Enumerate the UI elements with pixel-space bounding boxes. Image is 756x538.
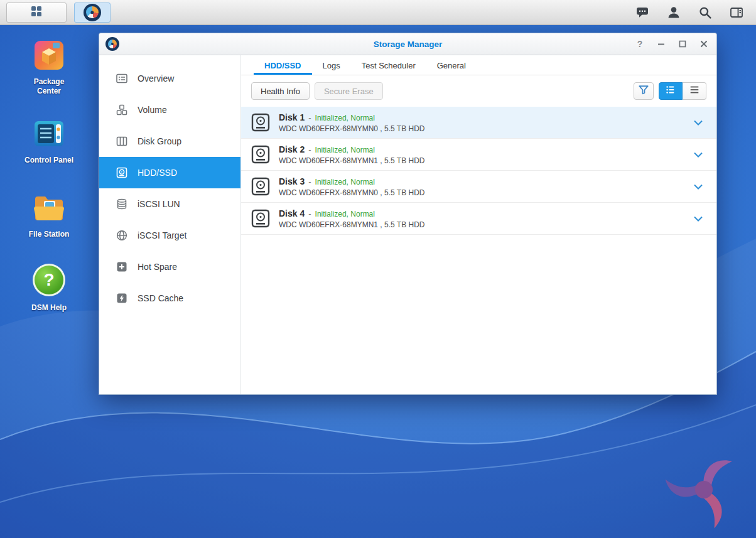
toolbar-right bbox=[634, 82, 706, 100]
separator: - bbox=[308, 113, 311, 122]
chevron-down-icon[interactable] bbox=[694, 184, 703, 190]
hamburger-icon bbox=[689, 84, 700, 98]
desktop-icon-dsm-help[interactable]: ? DSM Help bbox=[11, 262, 87, 313]
taskbar-right bbox=[634, 4, 756, 21]
disk-row-1[interactable]: Disk 1 - Initialized, Normal WDC WD60EFR… bbox=[241, 107, 716, 139]
chevron-down-icon[interactable] bbox=[694, 216, 703, 222]
hdd-icon bbox=[251, 145, 270, 164]
health-info-button[interactable]: Health Info bbox=[251, 82, 310, 100]
disk-row-4[interactable]: Disk 4 - Initialized, Normal WDC WD60EFR… bbox=[241, 203, 716, 235]
desktop-icon-label: Control Panel bbox=[11, 156, 87, 165]
separator: - bbox=[308, 145, 311, 154]
disk-row-2[interactable]: Disk 2 - Initialized, Normal WDC WD60EFR… bbox=[241, 139, 716, 171]
disk-model: WDC WD60EFRX-68MYMN0 , 5.5 TB HDD bbox=[279, 188, 424, 197]
disk-model: WDC WD60EFRX-68MYMN0 , 5.5 TB HDD bbox=[279, 124, 424, 133]
tab-logs[interactable]: Logs bbox=[312, 55, 351, 75]
desktop-icon-control-panel[interactable]: Control Panel bbox=[11, 116, 87, 165]
sidebar-item-overview[interactable]: Overview bbox=[99, 63, 240, 94]
view-mode-toggle bbox=[659, 82, 706, 100]
dsm-help-icon: ? bbox=[31, 264, 67, 299]
filter-funnel-icon bbox=[638, 84, 649, 98]
desktop-icon-package-center[interactable]: Package Center bbox=[11, 38, 87, 96]
disk-name: Disk 1 bbox=[279, 112, 305, 122]
tab-hdd-ssd[interactable]: HDD/SSD bbox=[254, 55, 312, 75]
tab-test-scheduler[interactable]: Test Scheduler bbox=[351, 55, 426, 75]
volume-icon bbox=[116, 104, 128, 116]
main-menu-grid-icon bbox=[30, 4, 43, 21]
package-center-icon bbox=[31, 38, 67, 73]
desktop-icon-label: File Station bbox=[11, 230, 87, 239]
chevron-down-icon[interactable] bbox=[694, 152, 703, 158]
chevron-down-icon[interactable] bbox=[694, 120, 703, 126]
iscsi-lun-icon bbox=[116, 198, 128, 210]
tab-general[interactable]: General bbox=[426, 55, 477, 75]
pilot-view-icon[interactable] bbox=[728, 4, 745, 21]
taskbar-storage-manager-button[interactable] bbox=[74, 3, 111, 23]
disk-status: Initialized, Normal bbox=[315, 114, 375, 122]
sidebar-item-hot-spare[interactable]: Hot Spare bbox=[99, 251, 240, 282]
sidebar-item-iscsi-lun[interactable]: iSCSI LUN bbox=[99, 188, 240, 220]
tab-bar: HDD/SSD Logs Test Scheduler General bbox=[241, 55, 716, 75]
disk-status: Initialized, Normal bbox=[315, 178, 375, 186]
dsm-desktop: { "colors": { "accent_blue": "#0086e5", … bbox=[0, 0, 756, 538]
notifications-icon[interactable] bbox=[634, 4, 651, 21]
list-view-button[interactable] bbox=[659, 82, 683, 100]
iscsi-target-icon bbox=[116, 229, 128, 242]
desktop-icon-file-station[interactable]: File Station bbox=[11, 190, 87, 239]
separator: - bbox=[308, 177, 311, 186]
taskbar bbox=[0, 0, 756, 25]
hot-spare-icon bbox=[116, 261, 128, 273]
list-view-icon bbox=[665, 84, 676, 98]
desktop-icon-label: DSM Help bbox=[11, 303, 87, 313]
taskbar-left bbox=[0, 3, 111, 23]
hdd-icon bbox=[251, 113, 270, 132]
hdd-icon bbox=[251, 209, 270, 228]
disk-status: Initialized, Normal bbox=[315, 146, 375, 154]
separator: - bbox=[308, 209, 311, 218]
close-button[interactable] bbox=[698, 38, 710, 50]
window-controls: ? bbox=[634, 38, 710, 50]
sidebar-item-hdd-ssd[interactable]: HDD/SSD bbox=[99, 157, 240, 188]
disk-name: Disk 3 bbox=[279, 176, 305, 186]
disk-model: WDC WD60EFRX-68MYMN1 , 5.5 TB HDD bbox=[279, 220, 424, 229]
control-panel-icon bbox=[31, 116, 67, 151]
window-title: Storage Manager bbox=[99, 40, 716, 49]
question-mark-glyph: ? bbox=[43, 270, 54, 290]
sidebar-item-disk-group[interactable]: Disk Group bbox=[99, 126, 240, 157]
user-icon[interactable] bbox=[666, 4, 682, 21]
help-button[interactable]: ? bbox=[634, 38, 646, 50]
toolbar: Health Info Secure Erase bbox=[241, 75, 716, 107]
desktop-icon-label: Package Center bbox=[27, 77, 71, 96]
hdd-icon bbox=[116, 166, 128, 179]
sidebar: Overview Volume Disk Group HDD/SSD bbox=[99, 55, 241, 394]
file-station-icon bbox=[31, 190, 67, 225]
storage-manager-icon bbox=[84, 4, 101, 21]
disk-list: Disk 1 - Initialized, Normal WDC WD60EFR… bbox=[241, 107, 716, 394]
search-icon[interactable] bbox=[697, 4, 713, 21]
sidebar-item-ssd-cache[interactable]: SSD Cache bbox=[99, 282, 240, 314]
main-panel: HDD/SSD Logs Test Scheduler General Heal… bbox=[241, 55, 716, 394]
storage-manager-window: Storage Manager ? Overview bbox=[99, 33, 717, 395]
window-titlebar[interactable]: Storage Manager ? bbox=[99, 33, 716, 55]
disk-name: Disk 2 bbox=[279, 144, 305, 154]
sidebar-item-iscsi-target[interactable]: iSCSI Target bbox=[99, 220, 240, 251]
filter-button[interactable] bbox=[634, 82, 654, 100]
main-menu-button[interactable] bbox=[6, 3, 67, 23]
disk-status: Initialized, Normal bbox=[315, 210, 375, 218]
maximize-button[interactable] bbox=[676, 38, 689, 50]
disk-row-3[interactable]: Disk 3 - Initialized, Normal WDC WD60EFR… bbox=[241, 171, 716, 203]
hdd-icon bbox=[251, 177, 270, 196]
compact-view-button[interactable] bbox=[683, 82, 706, 100]
disk-group-icon bbox=[116, 135, 128, 148]
ssd-cache-icon bbox=[116, 292, 128, 304]
secure-erase-button[interactable]: Secure Erase bbox=[315, 82, 383, 100]
disk-name: Disk 4 bbox=[279, 208, 305, 218]
sidebar-item-volume[interactable]: Volume bbox=[99, 94, 240, 126]
overview-icon bbox=[116, 72, 128, 85]
synology-swirl-logo bbox=[657, 443, 751, 537]
minimize-button[interactable] bbox=[655, 38, 667, 50]
disk-model: WDC WD60EFRX-68MYMN1 , 5.5 TB HDD bbox=[279, 156, 424, 165]
